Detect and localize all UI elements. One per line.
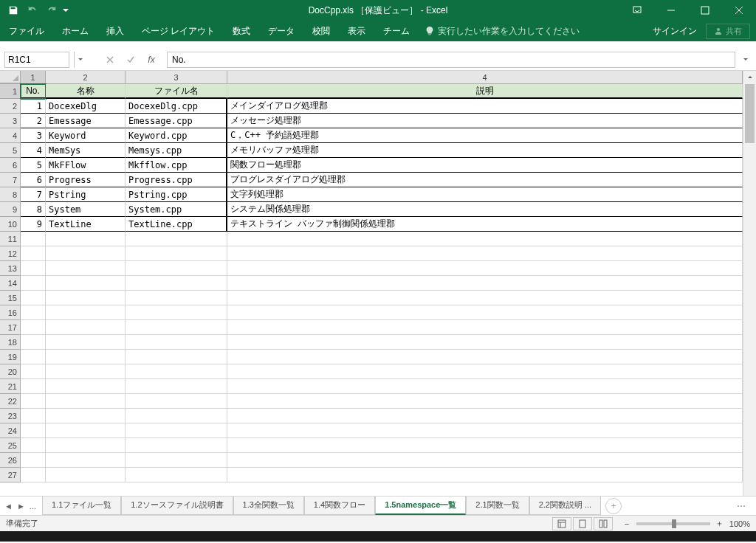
cell[interactable]: 名称: [46, 84, 126, 99]
tab-home[interactable]: ホーム: [53, 21, 97, 41]
cell[interactable]: [21, 276, 46, 291]
cell[interactable]: [21, 305, 46, 320]
maximize-button[interactable]: [688, 0, 722, 21]
cell[interactable]: [46, 468, 126, 483]
cell[interactable]: [46, 320, 126, 335]
insert-function-button[interactable]: fx: [143, 52, 159, 68]
tell-me[interactable]: 実行したい作業を入力してください: [425, 25, 580, 38]
cancel-formula-button[interactable]: [102, 52, 118, 68]
cell[interactable]: [21, 320, 46, 335]
cell[interactable]: [21, 246, 46, 261]
cell[interactable]: [126, 350, 227, 364]
cell[interactable]: [46, 335, 126, 350]
row-header[interactable]: 20: [0, 364, 21, 379]
cell[interactable]: [227, 261, 743, 276]
view-page-layout-button[interactable]: [573, 517, 592, 530]
cell[interactable]: [126, 423, 227, 438]
cell[interactable]: 4: [21, 143, 46, 158]
tab-nav-prev[interactable]: ◄: [4, 502, 13, 511]
tab-page-layout[interactable]: ページ レイアウト: [133, 21, 224, 41]
cell[interactable]: [126, 291, 227, 305]
cell[interactable]: [227, 320, 743, 335]
new-sheet-button[interactable]: ＋: [605, 498, 622, 514]
zoom-out-button[interactable]: −: [622, 519, 632, 528]
col-header-1[interactable]: 1: [21, 71, 46, 83]
row-header[interactable]: 10: [0, 217, 21, 232]
scroll-up-button[interactable]: [743, 71, 756, 83]
cell[interactable]: [46, 276, 126, 291]
cell[interactable]: プログレスダイアログ処理郡: [227, 173, 743, 187]
cell[interactable]: [21, 291, 46, 305]
select-all-corner[interactable]: [0, 71, 21, 83]
row-header[interactable]: 14: [0, 276, 21, 291]
tab-data[interactable]: データ: [259, 21, 303, 41]
name-box[interactable]: R1C1: [4, 52, 69, 68]
formula-expand-button[interactable]: [740, 57, 752, 63]
row-header[interactable]: 11: [0, 232, 21, 246]
signin-link[interactable]: サインイン: [644, 25, 706, 38]
sheet-tab[interactable]: 1.5namespace一覧: [375, 497, 466, 515]
cell[interactable]: [227, 379, 743, 394]
cell[interactable]: DocexeDlg: [46, 99, 126, 114]
cell[interactable]: [46, 423, 126, 438]
redo-button[interactable]: [43, 1, 61, 19]
cell[interactable]: [227, 453, 743, 468]
row-header[interactable]: 7: [0, 173, 21, 187]
cell[interactable]: [21, 468, 46, 483]
cell[interactable]: [46, 364, 126, 379]
row-header[interactable]: 3: [0, 114, 21, 128]
cell[interactable]: Progress.cpp: [126, 173, 227, 187]
cell[interactable]: Emessage.cpp: [126, 114, 227, 128]
row-header[interactable]: 6: [0, 158, 21, 173]
row-header[interactable]: 22: [0, 394, 21, 409]
cell[interactable]: システム関係処理郡: [227, 202, 743, 217]
name-box-dropdown[interactable]: [74, 52, 86, 68]
row-header[interactable]: 15: [0, 291, 21, 305]
cell[interactable]: メインダイアログ処理郡: [227, 99, 743, 114]
row-header[interactable]: 12: [0, 246, 21, 261]
cell[interactable]: Memsys.cpp: [126, 143, 227, 158]
cell[interactable]: [227, 409, 743, 423]
cell[interactable]: Pstring: [46, 187, 126, 202]
cell[interactable]: 3: [21, 128, 46, 143]
cell[interactable]: TextLine: [46, 217, 126, 232]
cell[interactable]: メモリバッファ処理郡: [227, 143, 743, 158]
cell[interactable]: [126, 232, 227, 246]
sheet-tab[interactable]: 1.2ソースファイル説明書: [121, 497, 233, 515]
view-page-break-button[interactable]: [594, 517, 613, 530]
cell[interactable]: MkFFlow: [46, 158, 126, 173]
cell[interactable]: [21, 394, 46, 409]
zoom-in-button[interactable]: ＋: [715, 518, 725, 529]
tab-formulas[interactable]: 数式: [224, 21, 259, 41]
row-header[interactable]: 2: [0, 99, 21, 114]
cell[interactable]: [126, 379, 227, 394]
qat-dropdown[interactable]: [62, 1, 69, 19]
cell[interactable]: [126, 335, 227, 350]
cell[interactable]: Mkfflow.cpp: [126, 158, 227, 173]
cell[interactable]: [227, 291, 743, 305]
cell[interactable]: [227, 364, 743, 379]
col-header-4[interactable]: 4: [227, 71, 743, 83]
cell[interactable]: [227, 423, 743, 438]
cell[interactable]: [126, 409, 227, 423]
cell[interactable]: [21, 335, 46, 350]
save-button[interactable]: [4, 1, 22, 19]
cell[interactable]: [126, 320, 227, 335]
cell[interactable]: 9: [21, 217, 46, 232]
cell[interactable]: [46, 409, 126, 423]
sheet-tab[interactable]: 1.3全関数一覧: [233, 497, 304, 515]
cell[interactable]: [21, 350, 46, 364]
vertical-scrollbar[interactable]: [743, 71, 756, 496]
cell[interactable]: No.: [21, 84, 46, 99]
row-header[interactable]: 19: [0, 350, 21, 364]
cell[interactable]: [126, 276, 227, 291]
tab-view[interactable]: 表示: [339, 21, 374, 41]
cell[interactable]: DocexeDlg.cpp: [126, 99, 227, 114]
formula-input[interactable]: No.: [167, 52, 735, 68]
cell[interactable]: C，C++ 予約語処理郡: [227, 128, 743, 143]
row-header[interactable]: 9: [0, 202, 21, 217]
zoom-slider[interactable]: [636, 522, 710, 525]
cell[interactable]: [21, 423, 46, 438]
cell[interactable]: [46, 246, 126, 261]
cell[interactable]: [227, 394, 743, 409]
